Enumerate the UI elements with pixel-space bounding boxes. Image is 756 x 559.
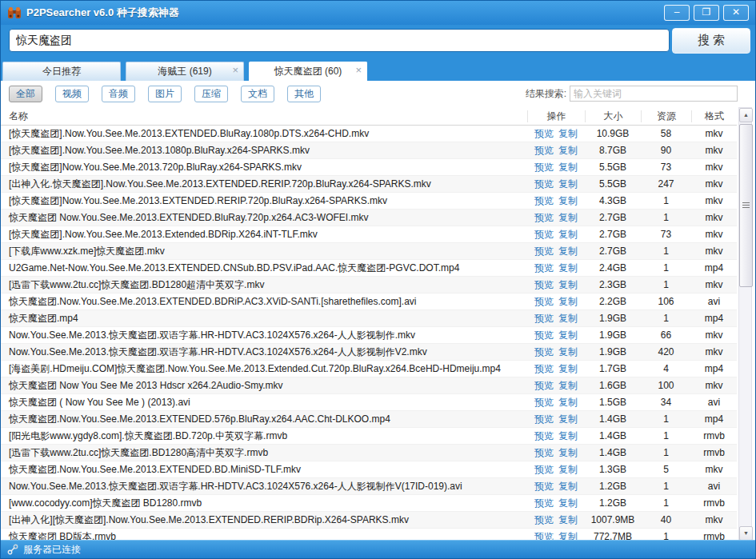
column-header-actions[interactable]: 操作 xyxy=(527,110,585,122)
copy-link[interactable]: 复制 xyxy=(558,313,578,324)
minimize-button[interactable]: – xyxy=(664,5,690,21)
table-row[interactable]: Now.You.See.Me.2013.惊天魔盗团.双语字幕.HR-HDTV.A… xyxy=(1,478,737,495)
tab-now-you-see-me[interactable]: 惊天魔盗团 (60) × xyxy=(249,62,367,81)
table-row[interactable]: Now.You.See.Me.2013.惊天魔盗团.双语字幕.HR-HDTV.A… xyxy=(1,344,737,361)
preview-link[interactable]: 预览 xyxy=(534,128,554,139)
table-row[interactable]: 惊天魔盗团 Now You See Me 2013 Hdscr x264.2Au… xyxy=(1,377,737,394)
preview-link[interactable]: 预览 xyxy=(534,145,554,156)
table-row[interactable]: Now.You.See.Me.2013.惊天魔盗团.双语字幕.HR-HDTV.A… xyxy=(1,327,737,344)
filter-other[interactable]: 其他 xyxy=(287,86,321,102)
table-row[interactable]: 惊天魔盗团.mp4预览复制1.9GB1mp4 xyxy=(1,310,737,327)
tab-close-icon[interactable]: × xyxy=(232,65,238,75)
tab-close-icon[interactable]: × xyxy=(355,65,362,75)
table-row[interactable]: 惊天魔盗团.Now.You.See.Me.2013.EXTENDED.576p.… xyxy=(1,411,737,428)
copy-link[interactable]: 复制 xyxy=(558,413,578,425)
preview-link[interactable]: 预览 xyxy=(534,212,554,223)
copy-link[interactable]: 复制 xyxy=(558,212,578,223)
preview-link[interactable]: 预览 xyxy=(534,413,554,425)
preview-link[interactable]: 预览 xyxy=(534,346,554,357)
filter-document[interactable]: 文档 xyxy=(241,86,274,102)
copy-link[interactable]: 复制 xyxy=(558,447,578,458)
vertical-scrollbar[interactable]: ▲ ▼ xyxy=(738,107,752,541)
filter-archive[interactable]: 压缩 xyxy=(194,86,228,102)
search-button[interactable]: 搜 索 xyxy=(672,28,750,54)
preview-link[interactable]: 预览 xyxy=(534,329,554,341)
table-row[interactable]: [www.cocodyy.com]惊天魔盗团 BD1280.rmvb预览复制1.… xyxy=(1,495,737,512)
table-row[interactable]: [出神入化][惊天魔盗团].Now.You.See.Me.2013.EXTEND… xyxy=(1,512,737,529)
preview-link[interactable]: 预览 xyxy=(534,279,554,290)
preview-link[interactable]: 预览 xyxy=(534,380,554,391)
preview-link[interactable]: 预览 xyxy=(534,178,554,190)
copy-link[interactable]: 复制 xyxy=(558,296,578,307)
table-row[interactable]: [惊天魔盗团].Now.You.See.Me.2013.Extended.BDR… xyxy=(1,226,737,243)
column-header-name[interactable]: 名称 xyxy=(1,110,527,122)
tab-today-recommend[interactable]: 今日推荐 xyxy=(2,62,121,81)
preview-link[interactable]: 预览 xyxy=(534,229,554,240)
copy-link[interactable]: 复制 xyxy=(558,497,578,509)
copy-link[interactable]: 复制 xyxy=(558,262,578,274)
table-row[interactable]: 惊天魔盗团.Now.You.See.Me.2013.EXTENDED.BDRiP… xyxy=(1,293,737,310)
scrollbar-thumb[interactable] xyxy=(739,124,753,287)
filter-all[interactable]: 全部 xyxy=(9,86,42,102)
maximize-button[interactable]: ❐ xyxy=(694,5,719,21)
copy-link[interactable]: 复制 xyxy=(558,430,578,441)
copy-link[interactable]: 复制 xyxy=(558,464,578,475)
copy-link[interactable]: 复制 xyxy=(558,246,578,257)
table-row[interactable]: [惊天魔盗团].Now.You.See.Me.2013.EXTENDED.Blu… xyxy=(1,126,737,142)
preview-link[interactable]: 预览 xyxy=(534,397,554,408)
filter-audio[interactable]: 音频 xyxy=(102,86,135,102)
table-row[interactable]: [惊天魔盗团]Now.You.See.Me.2013.720p.BluRay.x… xyxy=(1,159,737,176)
filter-image[interactable]: 图片 xyxy=(148,86,182,102)
preview-link[interactable]: 预览 xyxy=(534,514,554,525)
preview-link[interactable]: 预览 xyxy=(534,296,554,307)
copy-link[interactable]: 复制 xyxy=(558,145,578,156)
filter-video[interactable]: 视频 xyxy=(55,86,89,102)
scroll-up-arrow-icon[interactable]: ▲ xyxy=(739,108,753,122)
table-row[interactable]: [出神入化.惊天魔盗团].Now.You.See.Me.2013.EXTENDE… xyxy=(1,176,737,193)
copy-link[interactable]: 复制 xyxy=(558,363,578,374)
table-row[interactable]: 惊天魔盗团 ( Now You See Me ) (2013).avi预览复制1… xyxy=(1,394,737,411)
table-row[interactable]: [迅雷下载www.2tu.cc]惊天魔盗团.BD1280高清中英双字.rmvb预… xyxy=(1,445,737,461)
table-row[interactable]: [惊天魔盗团].Now.You.See.Me.2013.1080p.BluRay… xyxy=(1,142,737,159)
table-row[interactable]: [阳光电影www.ygdy8.com].惊天魔盗团.BD.720p.中英双字幕.… xyxy=(1,428,737,445)
preview-link[interactable]: 预览 xyxy=(534,464,554,475)
preview-link[interactable]: 预览 xyxy=(534,195,554,206)
table-row[interactable]: [惊天魔盗团]Now.You.See.Me.2013.EXTENDED.RERI… xyxy=(1,193,737,210)
tab-one-piece[interactable]: 海贼王 (619) × xyxy=(126,62,244,81)
copy-link[interactable]: 复制 xyxy=(558,195,578,206)
scroll-down-arrow-icon[interactable]: ▼ xyxy=(739,526,753,541)
preview-link[interactable]: 预览 xyxy=(534,262,554,274)
copy-link[interactable]: 复制 xyxy=(558,178,578,190)
copy-link[interactable]: 复制 xyxy=(558,380,578,391)
column-header-resources[interactable]: 资源 xyxy=(641,110,691,122)
copy-link[interactable]: 复制 xyxy=(558,514,578,525)
preview-link[interactable]: 预览 xyxy=(534,497,554,509)
copy-link[interactable]: 复制 xyxy=(558,481,578,492)
preview-link[interactable]: 预览 xyxy=(534,363,554,374)
resource-count: 66 xyxy=(641,329,691,341)
table-row[interactable]: [海盗美剧.HDmeiju.COM]惊天魔盗团.Now.You.See.Me.2… xyxy=(1,361,737,377)
preview-link[interactable]: 预览 xyxy=(534,481,554,492)
table-row[interactable]: [下载库www.xzk.me]惊天魔盗团.mkv预览复制2.7GB1mkv xyxy=(1,243,737,260)
copy-link[interactable]: 复制 xyxy=(558,128,578,139)
copy-link[interactable]: 复制 xyxy=(558,279,578,290)
preview-link[interactable]: 预览 xyxy=(534,313,554,324)
table-row[interactable]: 惊天魔盗团.Now.You.See.Me.2013.EXTENDED.BD.Mi… xyxy=(1,461,737,478)
column-header-format[interactable]: 格式 xyxy=(691,110,737,122)
table-row[interactable]: 惊天魔盗团 Now.You.See.Me.2013.EXTENDED.BluRa… xyxy=(1,210,737,226)
search-input[interactable] xyxy=(9,29,670,52)
copy-link[interactable]: 复制 xyxy=(558,397,578,408)
preview-link[interactable]: 预览 xyxy=(534,162,554,173)
copy-link[interactable]: 复制 xyxy=(558,346,578,357)
result-search-input[interactable] xyxy=(570,86,738,102)
copy-link[interactable]: 复制 xyxy=(558,162,578,173)
copy-link[interactable]: 复制 xyxy=(558,329,578,341)
preview-link[interactable]: 预览 xyxy=(534,430,554,441)
preview-link[interactable]: 预览 xyxy=(534,246,554,257)
copy-link[interactable]: 复制 xyxy=(558,229,578,240)
preview-link[interactable]: 预览 xyxy=(534,447,554,458)
close-button[interactable]: ✕ xyxy=(723,5,749,21)
table-row[interactable]: U2Game.Net-Now.You.See.Me.2013.EXTENDED.… xyxy=(1,260,737,277)
column-header-size[interactable]: 大小 xyxy=(585,110,641,122)
table-row[interactable]: [迅雷下载www.2tu.cc]惊天魔盗团.BD1280超清中英双字.mkv预览… xyxy=(1,277,737,293)
